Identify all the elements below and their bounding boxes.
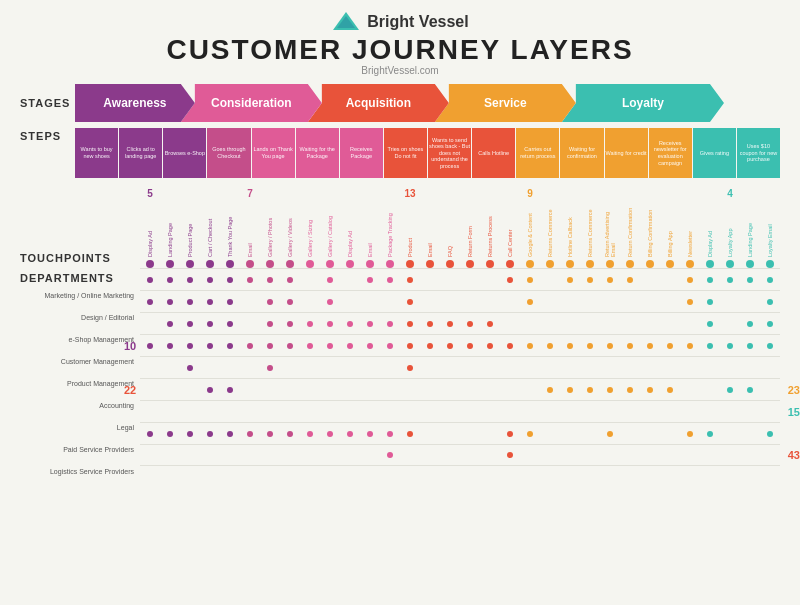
dept-cell — [620, 423, 640, 444]
dept-cell — [380, 313, 400, 334]
dept-cell — [220, 445, 240, 465]
dept-cell — [420, 379, 440, 400]
dept-cell-dot — [307, 343, 313, 349]
left-labels: TOUCHPOINTS DEPARTMENTS Marketing / Onli… — [20, 188, 140, 482]
dept-rows: 1022231543 — [140, 268, 780, 466]
dept-cell-dot — [407, 299, 413, 305]
dept-cell — [740, 379, 760, 400]
dept-cell — [400, 291, 420, 312]
tp-column: Gallery / Sizing — [300, 188, 320, 268]
tp-column: Thank You Page — [220, 188, 240, 268]
dept-cell — [460, 379, 480, 400]
dept-cell — [200, 379, 220, 400]
dept-cell — [740, 401, 760, 422]
dept-cell-dot — [587, 387, 593, 393]
dept-cell-dot — [227, 321, 233, 327]
dept-cell — [660, 313, 680, 334]
dept-cell — [200, 357, 220, 378]
dept-cell — [260, 335, 280, 356]
dept-cell — [320, 335, 340, 356]
dept-cell — [340, 401, 360, 422]
tp-dot — [506, 260, 514, 268]
tp-col-label: Hotline Callback — [567, 202, 573, 257]
dept-cell-dot — [747, 387, 753, 393]
dept-cell — [760, 423, 780, 444]
dept-cell — [560, 423, 580, 444]
dept-cell — [680, 335, 700, 356]
dept-cell — [540, 401, 560, 422]
tp-column: Display Ad — [340, 188, 360, 268]
dept-cell — [240, 269, 260, 290]
tp-col-label: Loyalty Email — [767, 202, 773, 257]
tp-column: Return Advertising Email — [600, 188, 620, 268]
dept-cell — [440, 313, 460, 334]
tp-col-label: Returns Commerce — [547, 202, 553, 257]
dept-cell — [160, 379, 180, 400]
dept-cell — [520, 291, 540, 312]
dept-cell — [440, 269, 460, 290]
dept-cell-dot — [767, 277, 773, 283]
tp-dot — [706, 260, 714, 268]
tp-col-label: Gallery / Videos — [287, 202, 293, 257]
dept-cell — [340, 357, 360, 378]
dept-cell — [240, 445, 260, 465]
dept-cell-dot — [367, 277, 373, 283]
dept-cell-dot — [527, 343, 533, 349]
dept-cell-dot — [247, 431, 253, 437]
dept-cell — [640, 335, 660, 356]
dept-cell — [420, 401, 440, 422]
dept-cell — [360, 379, 380, 400]
tp-column: Display Ad — [700, 188, 720, 268]
dept-cell — [600, 445, 620, 465]
tp-dot — [766, 260, 774, 268]
steps-bar: Wants to buy new shoesClicks ad to landi… — [75, 128, 780, 178]
stage-consideration: Consideration — [181, 84, 322, 122]
dept-cell — [500, 401, 520, 422]
dept-cell — [240, 291, 260, 312]
dept-cell — [580, 379, 600, 400]
tp-column: Return Confirmation — [620, 188, 640, 268]
dept-cell — [600, 423, 620, 444]
dept-cell-dot — [267, 277, 273, 283]
chart-section: TOUCHPOINTS DEPARTMENTS Marketing / Onli… — [20, 188, 780, 482]
dept-cell-dot — [767, 431, 773, 437]
tp-dot — [686, 260, 694, 268]
dept-cell — [460, 357, 480, 378]
dept-cell — [580, 269, 600, 290]
dept-cell-dot — [527, 299, 533, 305]
dept-cell — [180, 401, 200, 422]
dept-cell — [160, 401, 180, 422]
dept-cell — [180, 335, 200, 356]
dept-cell-dot — [767, 299, 773, 305]
tp-column: Billing Confirmation — [640, 188, 660, 268]
tp-dot — [526, 260, 534, 268]
dept-cell — [760, 335, 780, 356]
dept-number-right: 15 — [788, 406, 800, 418]
dept-cell-dot — [187, 299, 193, 305]
dept-cell-dot — [527, 277, 533, 283]
dept-cell — [540, 357, 560, 378]
dept-cell-dot — [507, 277, 513, 283]
dept-cell — [300, 445, 320, 465]
tp-column: Call Center — [500, 188, 520, 268]
dept-cell — [680, 291, 700, 312]
dept-cell — [560, 313, 580, 334]
dept-cell — [320, 269, 340, 290]
tp-column: Returns Process — [480, 188, 500, 268]
dept-cell-dot — [267, 431, 273, 437]
dept-cell — [380, 269, 400, 290]
tp-column: Email — [420, 188, 440, 268]
dept-cell — [340, 269, 360, 290]
dept-cell-dot — [507, 431, 513, 437]
dept-cell — [140, 379, 160, 400]
dept-cell — [420, 269, 440, 290]
dept-cell-dot — [387, 321, 393, 327]
dept-cell — [520, 357, 540, 378]
dept-cell — [640, 269, 660, 290]
dept-cell — [320, 379, 340, 400]
dept-cell — [700, 291, 720, 312]
dept-cell — [180, 379, 200, 400]
dept-cell — [660, 269, 680, 290]
dept-cell — [640, 379, 660, 400]
dept-cell — [700, 445, 720, 465]
